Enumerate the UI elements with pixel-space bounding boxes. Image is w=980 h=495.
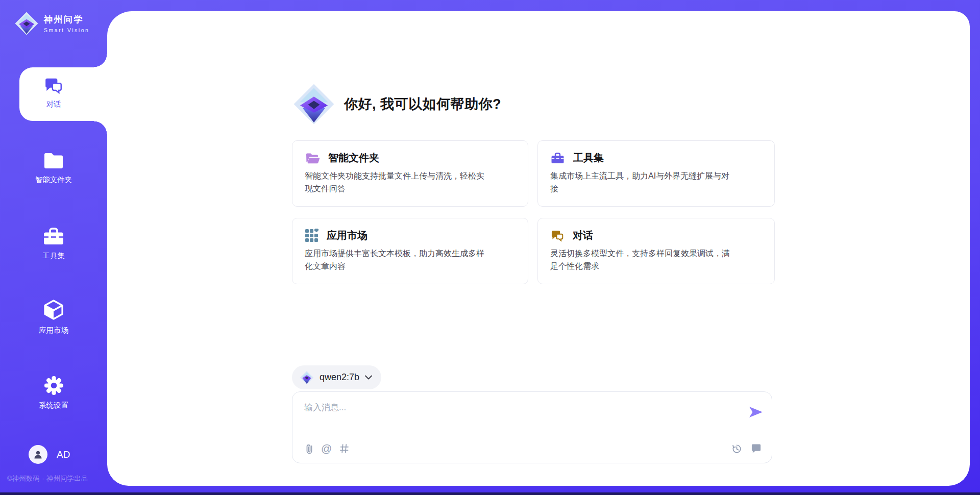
app-grid-icon <box>305 229 318 242</box>
brand: 神州问学 Smart Vision <box>14 11 89 36</box>
sidebar-item-label: 智能文件夹 <box>35 175 72 185</box>
sidebar-item-app-market[interactable]: 应用市场 <box>0 299 107 335</box>
sidebar-item-settings[interactable]: 系统设置 <box>0 375 107 410</box>
brand-name: 神州问学 <box>44 14 89 26</box>
cube-icon <box>42 299 65 321</box>
send-icon <box>749 406 763 418</box>
sidebar-item-smart-folder[interactable]: 智能文件夹 <box>0 151 107 185</box>
card-app-market[interactable]: 应用市场 应用市场提供丰富长文本模板，助力高效生成多样化文章内容 <box>292 218 528 284</box>
greeting-block: 你好, 我可以如何帮助你? <box>292 83 501 126</box>
card-description: 灵活切换多模型文件，支持多样回复效果调试，满足个性化需求 <box>550 247 733 273</box>
gear-icon <box>43 375 64 396</box>
sidebar-item-label: 对话 <box>46 100 61 109</box>
card-smart-folder[interactable]: 智能文件夹 智能文件夹功能支持批量文件上传与清洗，轻松实现文件问答 <box>292 140 528 207</box>
logo-diamond-icon <box>14 11 39 36</box>
person-icon <box>33 449 43 460</box>
card-description: 集成市场上主流工具，助力AI与外界无缝扩展与对接 <box>550 169 733 195</box>
user-name: AD <box>57 449 70 460</box>
sidebar-item-chat[interactable]: 对话 <box>0 77 107 109</box>
feature-cards: 智能文件夹 智能文件夹功能支持批量文件上传与清洗，轻松实现文件问答 工具集 集成… <box>292 140 775 284</box>
card-header: 智能文件夹 <box>305 151 516 165</box>
card-chat[interactable]: 对话 灵活切换多模型文件，支持多样回复效果调试，满足个性化需求 <box>537 218 775 284</box>
card-description: 智能文件夹功能支持批量文件上传与清洗，轻松实现文件问答 <box>305 169 487 195</box>
chat-bubbles-icon <box>550 229 565 242</box>
sidebar-item-label: 工具集 <box>42 251 65 261</box>
greeting-text: 你好, 我可以如何帮助你? <box>344 95 501 113</box>
logo-diamond-icon <box>292 83 336 126</box>
toolbox-icon <box>550 152 565 165</box>
composer: @ <box>292 391 772 463</box>
hash-icon[interactable] <box>339 443 349 454</box>
chevron-down-icon <box>365 375 372 380</box>
folder-icon <box>42 151 65 170</box>
sidebar: 神州问学 Smart Vision 对话 智能文件夹 工具集 <box>0 0 107 495</box>
model-name: qwen2:7b <box>320 372 359 383</box>
composer-divider <box>305 433 763 433</box>
card-description: 应用市场提供丰富长文本模板，助力高效生成多样化文章内容 <box>305 247 487 273</box>
sidebar-item-toolbox[interactable]: 工具集 <box>0 226 107 261</box>
chat-bubbles-icon <box>43 77 64 95</box>
brand-subtitle: Smart Vision <box>44 27 89 33</box>
card-header: 应用市场 <box>305 229 516 242</box>
sidebar-item-label: 系统设置 <box>39 401 68 410</box>
main-panel: 你好, 我可以如何帮助你? 智能文件夹 智能文件夹功能支持批量文件上传与清洗，轻… <box>107 11 970 486</box>
window-bottom-strip <box>0 492 980 495</box>
sidebar-footer-text: ©神州数码 · 神州问学出品 <box>7 474 88 483</box>
feedback-chat-icon[interactable] <box>751 443 762 454</box>
folder-open-icon <box>305 151 320 165</box>
card-header: 工具集 <box>550 151 762 165</box>
card-header: 对话 <box>550 229 762 242</box>
card-title: 工具集 <box>573 151 604 165</box>
avatar <box>29 445 47 464</box>
toolbox-icon <box>42 226 65 246</box>
composer-right-tools <box>731 443 762 454</box>
card-title: 应用市场 <box>327 229 368 242</box>
card-title: 智能文件夹 <box>328 151 379 165</box>
model-selector[interactable]: qwen2:7b <box>292 365 381 389</box>
history-icon[interactable] <box>731 443 742 454</box>
attachment-icon[interactable] <box>305 443 313 455</box>
mention-icon[interactable]: @ <box>321 441 332 456</box>
card-title: 对话 <box>573 229 593 242</box>
brand-text: 神州问学 Smart Vision <box>44 14 89 33</box>
sidebar-item-label: 应用市场 <box>39 326 68 335</box>
user-profile[interactable]: AD <box>29 445 70 464</box>
card-toolbox[interactable]: 工具集 集成市场上主流工具，助力AI与外界无缝扩展与对接 <box>537 140 775 207</box>
message-input[interactable] <box>304 400 733 416</box>
composer-toolbar: @ <box>305 441 762 456</box>
content-column: 你好, 我可以如何帮助你? 智能文件夹 智能文件夹功能支持批量文件上传与清洗，轻… <box>292 11 775 486</box>
send-button[interactable] <box>749 406 763 418</box>
logo-diamond-icon <box>300 370 314 385</box>
